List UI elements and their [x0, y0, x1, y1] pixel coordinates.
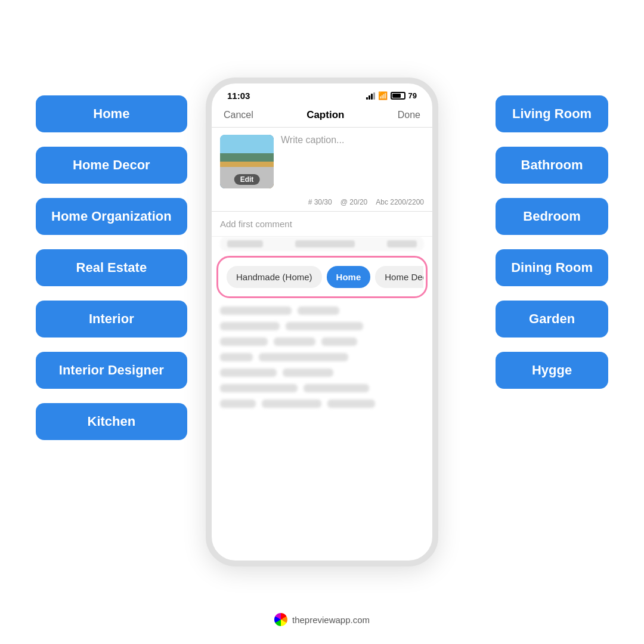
search-tags-highlight: Handmade (Home)HomeHome DecorHome [212, 253, 432, 301]
search-tag-0[interactable]: Handmade (Home) [227, 266, 322, 288]
footer-branding: thepreviewapp.com [274, 613, 370, 626]
search-tags-row: Handmade (Home)HomeHome DecorHome [221, 260, 423, 294]
caption-cancel-btn[interactable]: Cancel [224, 110, 253, 120]
status-right: 📶 79 [366, 91, 417, 100]
color-wheel-icon [274, 613, 287, 626]
right-tags-column: Living RoomBathroomBedroomDining RoomGar… [496, 95, 608, 389]
caption-bar: Cancel Caption Done [212, 104, 432, 128]
right-tag-bedroom[interactable]: Bedroom [496, 198, 608, 235]
page-container: HomeHome DecorHome OrganizationReal Esta… [0, 0, 644, 644]
mention-counter: @ 20/20 [340, 198, 368, 206]
edit-label[interactable]: Edit [234, 174, 260, 185]
left-tag-kitchen[interactable]: Kitchen [36, 403, 187, 440]
abc-counter: Abc 2200/2200 [376, 198, 424, 206]
right-tag-garden[interactable]: Garden [496, 301, 608, 338]
search-tag-1[interactable]: Home [327, 266, 371, 288]
left-tag-home-organization[interactable]: Home Organization [36, 198, 187, 235]
footer-url: thepreviewapp.com [292, 615, 370, 625]
left-tag-home-decor[interactable]: Home Decor [36, 147, 187, 184]
first-comment-placeholder: Add first comment [220, 219, 292, 229]
caption-placeholder-text: Write caption... [281, 135, 424, 145]
pink-border: Handmade (Home)HomeHome DecorHome [216, 256, 428, 298]
left-tags-column: HomeHome DecorHome OrganizationReal Esta… [36, 95, 187, 440]
battery-icon [391, 92, 405, 100]
caption-input[interactable]: Write caption... [281, 135, 424, 188]
search-tag-2[interactable]: Home Decor [375, 266, 423, 288]
phone-frame: 11:03 📶 79 Cancel Caption Done [206, 78, 438, 566]
signal-icon [366, 92, 375, 100]
right-tag-hygge[interactable]: Hygge [496, 352, 608, 389]
image-caption-area: Edit Write caption... [212, 128, 432, 196]
left-tag-interior[interactable]: Interior [36, 301, 187, 338]
blurred-results-list [212, 301, 432, 561]
right-tag-living-room[interactable]: Living Room [496, 95, 608, 132]
left-tag-interior-designer[interactable]: Interior Designer [36, 352, 187, 389]
counter-bar: # 30/30 @ 20/20 Abc 2200/2200 [212, 196, 432, 212]
post-thumbnail[interactable]: Edit [220, 135, 274, 188]
left-tag-real-estate[interactable]: Real Estate [36, 249, 187, 286]
battery-pct: 79 [408, 91, 417, 100]
status-time: 11:03 [227, 91, 250, 101]
blurred-search-bar [220, 237, 424, 251]
hashtag-counter: # 30/30 [308, 198, 332, 206]
left-tag-home[interactable]: Home [36, 95, 187, 132]
wifi-icon: 📶 [378, 91, 388, 100]
right-tag-dining-room[interactable]: Dining Room [496, 249, 608, 286]
right-tag-bathroom[interactable]: Bathroom [496, 147, 608, 184]
caption-done-btn[interactable]: Done [398, 110, 420, 120]
status-bar: 11:03 📶 79 [212, 83, 432, 104]
caption-title: Caption [306, 109, 344, 121]
first-comment-area[interactable]: Add first comment [212, 212, 432, 237]
